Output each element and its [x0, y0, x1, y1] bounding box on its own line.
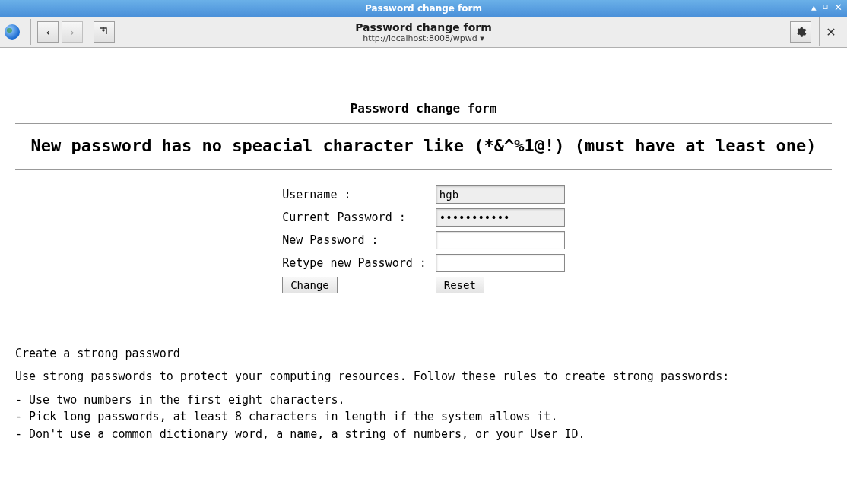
- globe-icon: [5, 24, 20, 40]
- help-section: Create a strong password Use strong pass…: [15, 345, 832, 443]
- divider: [15, 322, 832, 322]
- window-title: Password change form: [0, 3, 847, 14]
- new-password-field[interactable]: [436, 231, 565, 249]
- forward-button[interactable]: ›: [62, 21, 83, 43]
- help-rule-3: - Don't use a common dictionary word, a …: [15, 426, 832, 443]
- address-display: Password change form http://localhost:80…: [0, 21, 847, 43]
- divider: [15, 169, 832, 170]
- divider: [15, 123, 832, 124]
- help-intro: Use strong passwords to protect your com…: [15, 368, 832, 385]
- back-button[interactable]: ‹: [37, 21, 59, 43]
- close-window-icon[interactable]: ✕: [833, 1, 844, 14]
- row-current-password: Current Password :: [278, 206, 569, 229]
- change-button[interactable]: Change: [282, 277, 338, 293]
- minimize-icon[interactable]: ▴: [810, 1, 818, 14]
- page-title-toolbar: Password change form: [0, 21, 847, 33]
- retype-password-field[interactable]: [436, 254, 565, 272]
- gear-icon: [795, 26, 807, 38]
- page-heading: Password change form: [15, 101, 832, 116]
- error-message: New password has no speacial character l…: [15, 135, 832, 158]
- close-tab-button[interactable]: ✕: [819, 17, 842, 46]
- label-username: Username :: [278, 183, 431, 206]
- row-retype-password: Retype new Password :: [278, 252, 569, 274]
- settings-button[interactable]: [790, 21, 811, 43]
- browser-toolbar: ‹ › Password change form http://localhos…: [0, 17, 847, 48]
- username-field: [436, 185, 565, 204]
- page-url: http://localhost:8008/wpwd ▾: [0, 33, 847, 43]
- label-current-password: Current Password :: [278, 206, 431, 229]
- password-form: Username : Current Password : New Passwo…: [278, 183, 569, 296]
- help-rule-1: - Use two numbers in the first eight cha…: [15, 391, 832, 409]
- help-rule-2: - Pick long passwords, at least 8 charac…: [15, 408, 832, 426]
- row-new-password: New Password :: [278, 229, 569, 252]
- label-retype-password: Retype new Password :: [278, 252, 431, 274]
- window-titlebar: Password change form ▴ ▫ ✕: [0, 0, 847, 17]
- label-new-password: New Password :: [278, 229, 431, 252]
- download-button[interactable]: [94, 21, 115, 43]
- current-password-field: [436, 208, 565, 227]
- row-username: Username :: [278, 183, 569, 206]
- restore-icon[interactable]: ▫: [821, 0, 830, 14]
- help-title: Create a strong password: [15, 345, 832, 363]
- row-buttons: Change Reset: [278, 274, 569, 296]
- page-viewport[interactable]: Password change form New password has no…: [0, 48, 847, 504]
- reset-button[interactable]: Reset: [436, 277, 484, 293]
- toolbar-divider: [30, 19, 31, 45]
